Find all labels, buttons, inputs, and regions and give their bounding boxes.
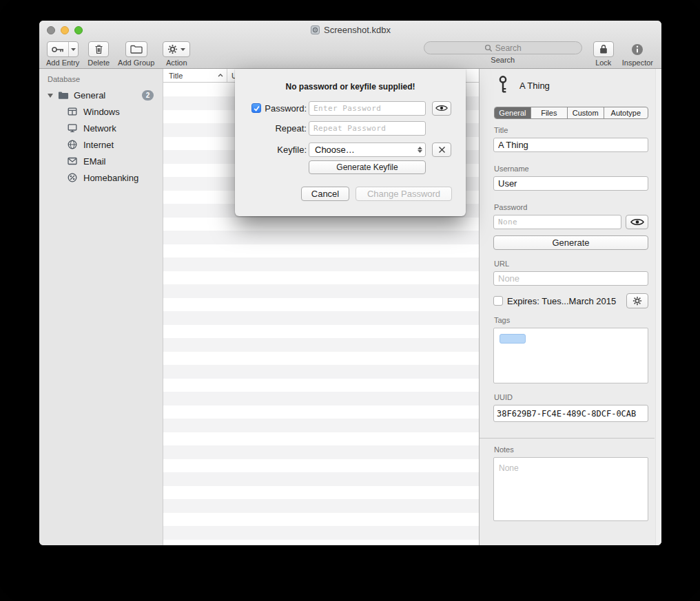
notes-field-label: Notes [494, 445, 514, 454]
toolbar-item-lock: Lock [593, 41, 614, 67]
tags-field[interactable] [493, 328, 648, 383]
sidebar-item-email[interactable]: EMail [39, 153, 163, 169]
keyfile-row: Keyfile: Choose… [235, 142, 466, 157]
uuid-field-label: UUID [494, 393, 513, 401]
window-title-group: Screenshot.kdbx [39, 21, 661, 39]
document-icon [310, 25, 320, 35]
sidebar-section-header: Database [39, 73, 163, 87]
desktop-background: Screenshot.kdbx Add Entry [0, 0, 700, 601]
sidebar-group-general[interactable]: General 2 [39, 87, 163, 103]
clear-keyfile-button[interactable] [432, 143, 451, 157]
cancel-button[interactable]: Cancel [301, 187, 349, 201]
notes-placeholder: None [499, 463, 519, 473]
inspector-scrollbar[interactable] [655, 69, 661, 545]
toolbar-item-delete: Delete [88, 41, 110, 67]
windows-icon [67, 106, 78, 117]
gear-icon [167, 44, 178, 54]
sidebar-item-internet[interactable]: Internet [39, 136, 163, 153]
tags-field-label: Tags [494, 316, 510, 324]
repeat-row: Repeat: [235, 120, 466, 136]
window-chrome: Screenshot.kdbx Add Entry [39, 21, 661, 69]
search-input[interactable]: Search [424, 41, 582, 54]
coin-percent-icon [67, 172, 78, 183]
tab-files[interactable]: Files [531, 107, 568, 118]
toolbar-item-action: Action [163, 41, 190, 67]
expires-settings-button[interactable] [626, 293, 648, 308]
checkmark-icon [253, 105, 260, 112]
username-field-label: Username [494, 165, 529, 173]
keyfile-dropdown[interactable]: Choose… [309, 143, 426, 157]
sidebar-item-homebanking[interactable]: Homebanking [39, 169, 163, 186]
tab-autotype[interactable]: Autotype [604, 107, 648, 118]
password-checkbox[interactable] [251, 103, 261, 113]
sidebar: Database General 2 Windows [39, 69, 163, 545]
titlebar[interactable]: Screenshot.kdbx [39, 21, 661, 39]
toolbar: Add Entry Delete [39, 39, 661, 69]
column-header-title[interactable]: Title [163, 69, 227, 82]
password-input[interactable] [309, 101, 426, 116]
tag-chip[interactable] [500, 334, 526, 344]
action-label: Action [166, 59, 187, 67]
change-password-dialog: No password or keyfile supplied! Passwor… [235, 69, 466, 216]
entry-key-icon [498, 76, 508, 94]
tab-general[interactable]: General [495, 107, 531, 118]
title-field[interactable] [493, 138, 648, 152]
inspector-entry-title: A Thing [519, 81, 550, 91]
url-field-label: URL [494, 260, 509, 268]
network-icon [67, 123, 78, 134]
expires-checkbox[interactable] [493, 296, 503, 306]
repeat-password-input[interactable] [309, 121, 426, 136]
change-password-button[interactable]: Change Password [356, 187, 452, 201]
window-title: Screenshot.kdbx [324, 25, 391, 35]
add-group-button[interactable] [125, 41, 147, 57]
generate-keyfile-button[interactable]: Generate Keyfile [309, 160, 426, 174]
action-button[interactable] [163, 41, 190, 57]
inspector-tabs: General Files Custom Autotype [494, 107, 648, 119]
toolbar-item-search: Search Search [424, 41, 582, 64]
expires-label: Expires: Tues...March 2015 [507, 296, 616, 306]
show-password-button[interactable] [432, 101, 451, 116]
uuid-field[interactable] [493, 405, 648, 422]
chevron-down-icon [71, 48, 76, 51]
close-x-icon [438, 146, 446, 154]
repeat-label: Repeat: [275, 123, 307, 134]
stepper-arrows-icon [418, 147, 422, 153]
delete-button[interactable] [88, 41, 109, 57]
sidebar-group-label: General [74, 90, 105, 101]
email-icon [67, 156, 78, 167]
keyfile-label: Keyfile: [277, 145, 307, 155]
title-field-label: Title [494, 126, 508, 134]
password-field-label: Password [494, 203, 527, 211]
sidebar-item-windows[interactable]: Windows [39, 103, 163, 120]
eye-icon [435, 105, 448, 112]
url-field[interactable] [493, 271, 648, 286]
chevron-down-icon [181, 48, 185, 51]
username-field[interactable] [493, 176, 648, 191]
lock-button[interactable] [593, 41, 614, 57]
reveal-password-button[interactable] [626, 215, 648, 229]
generate-password-button[interactable]: Generate [493, 235, 648, 250]
add-entry-button[interactable] [47, 41, 79, 57]
sidebar-item-network[interactable]: Network [39, 120, 163, 136]
search-icon [484, 44, 493, 52]
notes-field[interactable]: None [493, 457, 648, 521]
key-icon [48, 42, 68, 56]
add-entry-dropdown-arrow[interactable] [68, 42, 78, 56]
disclosure-triangle-icon[interactable] [48, 94, 53, 98]
trash-icon [94, 44, 103, 54]
folder-icon [58, 91, 69, 100]
lock-label: Lock [595, 59, 611, 67]
add-entry-label: Add Entry [46, 59, 79, 67]
dialog-message: No password or keyfile supplied! [235, 82, 466, 92]
password-field[interactable] [493, 215, 621, 229]
entry-count-badge: 2 [142, 90, 154, 101]
toolbar-item-add-group: Add Group [118, 41, 154, 67]
info-icon [631, 43, 644, 56]
add-group-label: Add Group [118, 59, 154, 67]
password-label: Password: [265, 103, 307, 114]
tab-custom[interactable]: Custom [568, 107, 604, 118]
inspector-label: Inspector [622, 59, 653, 67]
macpass-window: Screenshot.kdbx Add Entry [39, 21, 661, 545]
inspector-button[interactable] [631, 41, 644, 57]
delete-label: Delete [88, 59, 110, 67]
